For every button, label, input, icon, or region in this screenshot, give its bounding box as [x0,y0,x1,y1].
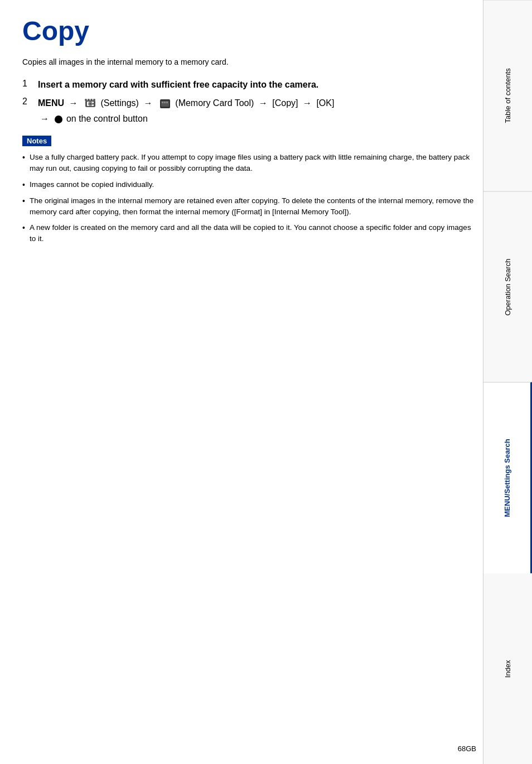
note-item-4: A new folder is created on the memory ca… [22,222,476,245]
step-2-number: 2 [22,97,38,107]
notes-badge: Notes [22,136,51,146]
step-1: 1 Insert a memory card with sufficient f… [22,79,476,91]
intro-text: Copies all images in the internal memory… [22,57,476,66]
svg-rect-13 [164,102,166,103]
svg-point-7 [93,99,95,101]
tab-index[interactable]: Index [483,574,532,765]
tab-table-of-contents[interactable]: Table of contents [483,0,532,191]
step-2-line2: → on the control button [38,112,476,126]
step-2: 2 MENU → (Settings [22,97,476,110]
arrow-1: → [69,98,78,108]
arrow-4: → [303,98,312,108]
circle-button-icon [55,116,62,123]
sidebar-nav: Table of contents Operation Search MENU/… [483,0,532,764]
settings-label: (Settings) [100,98,141,108]
settings-icon [84,99,96,109]
svg-point-5 [88,99,90,101]
page-title: Copy [22,17,476,46]
arrow-2: → [143,98,152,108]
tab-operation-search[interactable]: Operation Search [483,191,532,383]
svg-point-9 [89,103,91,105]
tab-menu-settings-search[interactable]: MENU/Settings Search [483,382,532,574]
ok-label: [OK] [316,98,334,108]
step-1-text: Insert a memory card with sufficient fre… [38,79,318,91]
notes-list: Use a fully charged battery pack. If you… [22,152,476,245]
copy-label: [Copy] [272,98,301,108]
step-1-number: 1 [22,79,38,89]
svg-rect-14 [166,102,168,103]
note-item-2: Images cannot be copied individually. [22,179,476,191]
svg-point-6 [90,99,93,101]
page-number: 68GB [458,744,476,753]
control-button-label: on the control button [66,114,148,123]
memcard-icon [159,99,171,109]
memcard-label: (Memory Card Tool) [175,98,257,108]
steps-list: 1 Insert a memory card with sufficient f… [22,79,476,126]
notes-section: Notes Use a fully charged battery pack. … [22,136,476,245]
svg-point-4 [85,99,87,101]
arrow-3: → [259,98,268,108]
note-item-3: The original images in the internal memo… [22,195,476,218]
main-content: Copy Copies all images in the internal m… [22,0,476,283]
svg-rect-12 [162,102,163,103]
note-item-1: Use a fully charged battery pack. If you… [22,152,476,175]
step-2-content: MENU → (Settings) → [38,97,334,110]
